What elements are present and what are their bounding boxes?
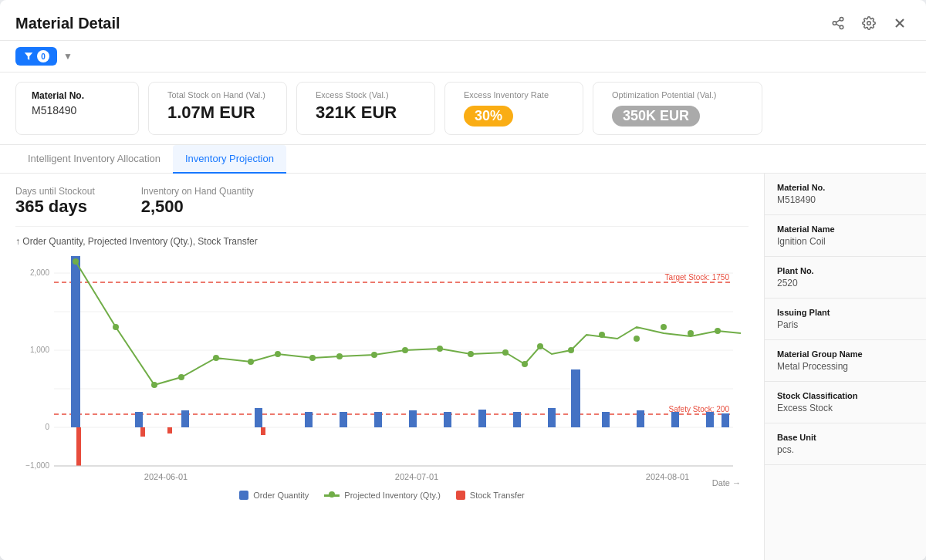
modal-title: Material Detail [15,15,120,32]
svg-rect-29 [409,410,417,427]
svg-rect-23 [135,412,143,427]
excess-rate-card: Excess Inventory Rate 30% [444,82,583,135]
svg-line-4 [836,20,840,22]
legend-red-icon [456,491,465,500]
svg-point-52 [336,353,343,359]
detail-material-no-value: M518490 [777,194,914,205]
toolbar: 0 ▼ [0,41,926,73]
svg-rect-30 [444,412,451,427]
svg-rect-28 [374,412,382,427]
tab-ilia[interactable]: Intelligent Inventory Allocation [15,145,173,174]
svg-point-0 [840,18,843,22]
material-no-label: Material No. [32,90,123,101]
opt-potential-badge: 350K EUR [612,106,700,127]
svg-point-45 [113,324,119,330]
stats-row: Days until Stockout 365 days Inventory o… [15,186,749,227]
svg-rect-36 [637,410,644,427]
svg-point-47 [178,374,184,380]
detail-plant-no-value: 2520 [777,278,914,288]
days-stockout-stat: Days until Stockout 365 days [15,186,95,217]
modal: Material Detail 0 ▼ Material No. M51849 [0,0,926,560]
detail-material-group-value: Metal Processing [777,361,914,372]
detail-stock-class-label: Stock Classification [777,391,914,400]
excess-stock-value: 321K EUR [316,103,416,123]
svg-point-1 [833,22,836,25]
close-icon[interactable] [889,12,911,34]
chart-legend: Order Quantity Projected Inventory (Qty.… [15,491,749,500]
inventory-qty-stat: Inventory on Hand Quantity 2,500 [141,186,254,217]
detail-row-material-no: Material No. M518490 [765,174,926,215]
svg-point-49 [248,359,254,365]
excess-rate-label: Excess Inventory Rate [464,90,564,100]
svg-point-60 [568,347,574,353]
legend-green-icon [324,494,340,497]
svg-rect-26 [305,412,313,427]
svg-rect-32 [513,412,521,427]
header-actions [827,12,911,34]
total-stock-label: Total Stock on Hand (Val.) [167,90,268,100]
total-stock-card: Total Stock on Hand (Val.) 1.07M EUR [148,82,287,135]
svg-text:2024-07-01: 2024-07-01 [395,472,438,481]
svg-point-51 [309,355,316,361]
svg-rect-34 [571,369,580,427]
svg-rect-35 [602,412,610,427]
legend-projected-inv: Projected Inventory (Qty.) [324,491,441,500]
filter-button[interactable]: 0 [15,47,57,66]
share-icon[interactable] [827,12,849,34]
svg-point-63 [661,324,667,330]
svg-text:2024-06-01: 2024-06-01 [144,472,188,481]
svg-point-2 [840,25,843,29]
svg-point-61 [599,332,605,338]
detail-issuing-plant-value: Paris [777,319,914,330]
settings-icon[interactable] [858,12,880,34]
detail-material-name-value: Ignition Coil [777,236,914,247]
tab-inventory-projection[interactable]: Inventory Projection [173,145,286,174]
svg-rect-25 [255,408,262,427]
svg-point-58 [522,361,528,367]
svg-point-59 [537,343,543,349]
svg-rect-31 [478,410,486,427]
legend-stock-transfer-label: Stock Transfer [470,491,525,500]
svg-rect-33 [548,408,556,427]
excess-stock-label: Excess Stock (Val.) [316,90,416,100]
svg-rect-22 [71,256,80,427]
detail-material-name-label: Material Name [777,224,914,234]
svg-text:2,000: 2,000 [30,268,49,277]
detail-row-issuing-plant: Issuing Plant Paris [765,299,926,340]
excess-stock-card: Excess Stock (Val.) 321K EUR [296,82,435,135]
opt-potential-label: Optimization Potential (Val.) [612,90,743,100]
svg-point-5 [867,22,871,25]
svg-point-44 [73,258,79,265]
detail-base-unit-label: Base Unit [777,433,914,442]
inventory-chart: 2,000 1,000 0 −1,000 Target Stock: 1750 … [15,250,741,481]
detail-row-plant-no: Plant No. 2520 [765,257,926,299]
material-no-value: M518490 [32,104,123,116]
legend-stock-transfer: Stock Transfer [456,491,525,500]
detail-base-unit-value: pcs. [777,444,914,455]
detail-material-no-label: Material No. [777,183,914,192]
total-stock-value: 1.07M EUR [167,103,268,123]
svg-point-55 [437,346,443,352]
svg-point-56 [468,351,474,357]
svg-point-48 [213,355,219,361]
svg-text:2024-08-01: 2024-08-01 [646,472,689,481]
svg-text:0: 0 [45,423,49,431]
days-stockout-label: Days until Stockout [15,186,95,197]
detail-row-material-name: Material Name Ignition Coil [765,215,926,257]
svg-text:Target Stock: 1750: Target Stock: 1750 [665,273,730,282]
chart-title: ↑ Order Quantity, Projected Inventory (Q… [15,236,749,247]
svg-point-46 [151,382,157,388]
material-no-card: Material No. M518490 [15,82,139,135]
svg-text:−1,000: −1,000 [25,461,49,470]
detail-stock-class-value: Excess Stock [777,403,914,413]
svg-rect-40 [76,427,81,466]
svg-point-50 [275,351,281,357]
legend-order-qty-label: Order Quantity [253,491,309,500]
svg-rect-37 [671,412,679,427]
days-stockout-value: 365 days [15,197,95,217]
opt-potential-card: Optimization Potential (Val.) 350K EUR [593,82,762,135]
detail-plant-no-label: Plant No. [777,266,914,275]
svg-point-53 [371,352,377,358]
detail-row-base-unit: Base Unit pcs. [765,423,926,465]
legend-projected-inv-label: Projected Inventory (Qty.) [344,491,441,500]
